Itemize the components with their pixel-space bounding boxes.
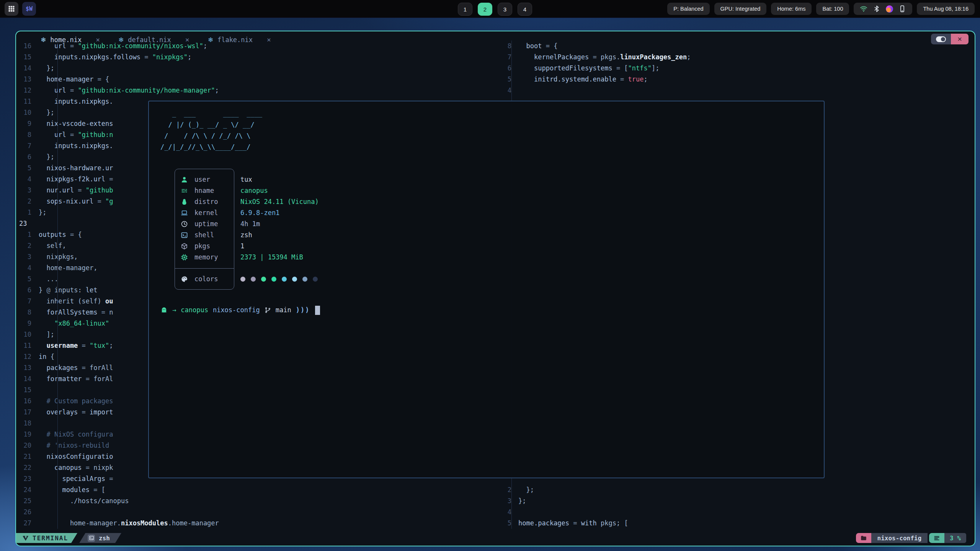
line-number: 16: [16, 41, 33, 52]
color-swatch: [261, 277, 266, 282]
status-pill[interactable]: P: Balanced: [667, 3, 709, 15]
line-number: 15: [16, 385, 33, 396]
line-number: 8: [16, 307, 33, 318]
line-number: 3: [16, 251, 33, 262]
system-tray[interactable]: [854, 3, 912, 15]
line-number: 13: [16, 74, 33, 85]
line-number: 2: [16, 196, 33, 207]
fetch-row-distro: distroNixOS 24.11 (Vicuna): [175, 196, 596, 207]
code-line: 5 initrd.systemd.enable = true;: [502, 74, 973, 85]
scroll-chip: [929, 533, 944, 543]
editor-pane-right[interactable]: 8 boot = {7 kernelPackages = pkgs.linuxP…: [502, 41, 973, 96]
terminal-cursor[interactable]: [315, 306, 320, 315]
prompt-git-branch: main: [276, 305, 291, 316]
fetch-value: 6.9.8-zen1: [240, 207, 279, 218]
line-number: 11: [16, 96, 33, 107]
fetch-colors-row: colors: [175, 274, 596, 285]
right-pane-bottom-lines: 2 };3};45home.packages = with pkgs; [: [502, 484, 973, 529]
apps-launcher-button[interactable]: [5, 2, 18, 16]
line-number: 19: [16, 429, 33, 440]
line-number: 1: [16, 207, 33, 218]
line-number: 6: [16, 285, 33, 296]
line-number: 6: [16, 152, 33, 163]
line-number: 14: [16, 373, 33, 385]
fastfetch-panel: usertuxhnamecanopusdistroNixOS 24.11 (Vi…: [175, 169, 596, 285]
line-number: 9: [16, 318, 33, 329]
code-line: 4: [502, 507, 973, 518]
fetch-rows: usertuxhnamecanopusdistroNixOS 24.11 (Vi…: [175, 169, 596, 263]
statusline-right: nixos-config 3 %: [856, 533, 967, 543]
line-number: 4: [16, 174, 33, 185]
fetch-row-kernel: kernel6.9.8-zen1: [175, 207, 596, 218]
code-line: 4: [502, 85, 973, 96]
workspace-button-3[interactable]: 3: [498, 3, 512, 16]
top-status-bar: $W 1234 P: BalancedGPU: IntegratedHome: …: [0, 0, 980, 18]
code-line: 25 ./hosts/canopus: [16, 496, 501, 507]
editor-window: ❄home.nix×❄default.nix×❄flake.nix× × 16 …: [15, 31, 975, 546]
git-branch-icon: [265, 307, 271, 313]
shell-glyph-icon: [89, 535, 94, 541]
line-number: 7: [16, 296, 33, 307]
shell-prompt[interactable]: → canopus nixos-config main ))): [160, 305, 320, 316]
line-number: 9: [16, 118, 33, 129]
bluetooth-icon: [873, 5, 880, 13]
workspace-switcher: 1234: [458, 3, 532, 16]
ghost-icon: [160, 306, 168, 314]
apps-grid-icon: [8, 5, 15, 13]
phone-icon: [898, 5, 906, 13]
fetch-value: tux: [240, 174, 252, 185]
indent-guide-line: [57, 41, 58, 529]
line-number: 7: [16, 140, 33, 152]
workspace-badge-button[interactable]: $W: [22, 2, 36, 16]
line-number: 10: [16, 107, 33, 118]
fetch-value: 4h 1m: [240, 218, 260, 230]
status-pill[interactable]: Home: 6ms: [771, 3, 812, 15]
statusline-mode-segment: TERMINAL: [16, 533, 77, 543]
code-line: 15 inputs.nixpkgs.follows = "nixpkgs";: [16, 52, 501, 63]
clock-widget[interactable]: Thu Aug 08, 18:16: [917, 3, 975, 15]
statusline-mode: TERMINAL: [33, 535, 68, 542]
fetch-label-box: [175, 169, 234, 290]
terminal-color-swatches: [240, 277, 318, 282]
statusline-shell: zsh: [99, 535, 110, 542]
line-number: 22: [16, 462, 33, 473]
statusline-left: TERMINAL zsh: [16, 533, 121, 543]
nixos-ascii-art: _ ___ ____ ____ / |/ (_)_ __/ _ \/ __/ /…: [160, 108, 262, 153]
line-number: 23: [16, 473, 33, 484]
line-number: 18: [16, 418, 33, 429]
code-line: 3};: [502, 496, 973, 507]
folder-chip: [856, 533, 871, 543]
code-line: 5home.packages = with pkgs; [: [502, 518, 973, 529]
floating-terminal-window: _ ___ ____ ____ / |/ (_)_ __/ _ \/ __/ /…: [148, 101, 825, 478]
wifi-icon: [860, 5, 867, 13]
media-icon: [886, 5, 893, 13]
line-number: 2: [16, 240, 33, 251]
line-number: 21: [16, 451, 33, 462]
status-pill-group: P: BalancedGPU: IntegratedHome: 6msBat: …: [667, 3, 975, 15]
color-swatch: [251, 277, 256, 282]
line-number: 24: [16, 484, 33, 496]
color-swatch: [240, 277, 245, 282]
code-line: 27 home-manager.nixosModules.home-manage…: [16, 518, 501, 529]
line-number: 12: [16, 351, 33, 362]
status-pill[interactable]: GPU: Integrated: [714, 3, 767, 15]
code-line: 7 kernelPackages = pkgs.linuxPackages_ze…: [502, 52, 973, 63]
workspace-button-2[interactable]: 2: [478, 3, 492, 16]
statusline-position: 3 %: [944, 533, 966, 543]
lines-icon: [933, 535, 940, 541]
fetch-row-shell: shellzsh: [175, 230, 596, 241]
line-number: 20: [16, 440, 33, 451]
line-number: 1: [16, 229, 33, 240]
fetch-value: canopus: [240, 185, 268, 196]
fetch-value: zsh: [240, 230, 252, 241]
workspace-button-1[interactable]: 1: [458, 3, 472, 16]
status-pill[interactable]: Bat: 100: [816, 3, 849, 15]
line-number: 3: [16, 185, 33, 196]
statusline-shell-segment: zsh: [79, 533, 121, 543]
code-line: 13 home-manager = {: [16, 74, 501, 85]
line-number: 26: [16, 507, 33, 518]
line-number: 17: [16, 407, 33, 418]
code-line: 8 boot = {: [502, 41, 973, 52]
workspace-button-4[interactable]: 4: [518, 3, 532, 16]
line-number: 4: [16, 262, 33, 274]
